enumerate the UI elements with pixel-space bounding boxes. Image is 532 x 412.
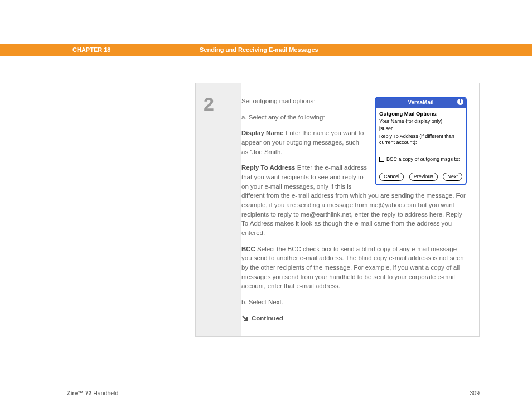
device-name-input[interactable]: jsuser <box>379 125 462 131</box>
device-name-label: Your Name (for display only): <box>379 118 462 124</box>
step-number: 2 <box>204 93 241 115</box>
previous-button[interactable]: Previous <box>409 173 438 181</box>
display-name-label: Display Name <box>241 130 283 136</box>
device-screenshot: VersaMail i Outgoing Mail Options: Your … <box>375 97 467 185</box>
device-bcc-row: BCC a copy of outgoing msgs to: <box>379 156 462 163</box>
footer-divider <box>67 386 480 386</box>
chapter-label: CHAPTER 18 <box>72 46 110 53</box>
product-name: Zire™ 72 Handheld <box>67 390 118 396</box>
device-heading: Outgoing Mail Options: <box>379 110 462 118</box>
cancel-button[interactable]: Cancel <box>379 173 404 181</box>
checkbox-icon[interactable] <box>379 157 384 162</box>
next-button[interactable]: Next <box>443 173 462 181</box>
device-reply-label: Reply To Address (if different than curr… <box>379 133 462 146</box>
chapter-header-bar: CHAPTER 18 Sending and Receiving E-mail … <box>0 44 532 56</box>
product-name-rest: Handheld <box>91 390 118 396</box>
info-icon[interactable]: i <box>457 99 463 105</box>
bcc-label: BCC <box>241 246 255 252</box>
substep-b: b. Select Next. <box>241 298 467 307</box>
page-number: 309 <box>470 390 480 396</box>
arrow-down-right-icon <box>241 315 248 322</box>
reply-to-label: Reply To Address <box>241 164 296 171</box>
device-bcc-input[interactable] <box>379 164 462 170</box>
device-title-text: VersaMail <box>408 99 433 106</box>
continued-row: Continued <box>241 314 467 323</box>
device-titlebar: VersaMail i <box>376 98 466 108</box>
chapter-title: Sending and Receiving E-mail Messages <box>200 46 318 53</box>
device-reply-input[interactable] <box>379 146 462 152</box>
step-content-box: 2 VersaMail i Outgoing Mail Options: You… <box>195 83 480 337</box>
device-body: Outgoing Mail Options: Your Name (for di… <box>376 108 466 184</box>
step-number-column: 2 <box>196 83 241 336</box>
device-bcc-label: BCC a copy of outgoing msgs to: <box>386 156 460 163</box>
page-footer: Zire™ 72 Handheld 309 <box>67 390 480 396</box>
device-button-row: Cancel Previous Next <box>379 173 462 181</box>
bcc-text: Select the BCC check box to send a blind… <box>241 246 464 290</box>
step-body: VersaMail i Outgoing Mail Options: Your … <box>241 83 479 336</box>
continued-label: Continued <box>252 314 283 323</box>
bcc-para: BCC Select the BCC check box to send a b… <box>241 245 467 291</box>
product-name-bold: Zire™ 72 <box>67 390 91 396</box>
